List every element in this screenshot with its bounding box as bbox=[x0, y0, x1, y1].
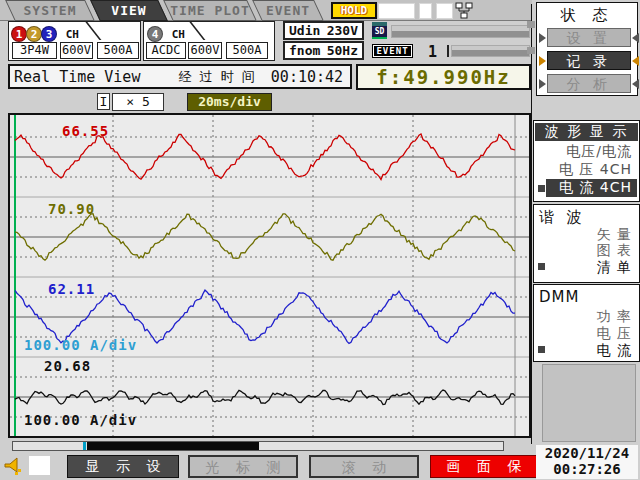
lan-icon bbox=[455, 2, 473, 20]
sidebar-button-record[interactable]: 记 录 bbox=[547, 51, 631, 70]
selected-marker-icon bbox=[538, 263, 545, 270]
status-panel-title: 状 态 bbox=[537, 3, 637, 25]
elapsed-time-value: 00:10:42 bbox=[271, 68, 343, 86]
empty-panel bbox=[542, 364, 636, 442]
waveform-display: 66.55 70.90 62.11 100.00 A/div 20.68 100… bbox=[8, 113, 531, 438]
udin-label: Udin bbox=[289, 23, 320, 38]
timebase-control[interactable]: 20ms/div bbox=[187, 93, 272, 111]
tab-event-label: EVENT bbox=[258, 1, 318, 20]
tab-event[interactable]: EVENT bbox=[252, 0, 324, 21]
ch2-peak-value: 70.90 bbox=[48, 201, 95, 217]
fn-button-display-settings[interactable]: 显 示 设 置 bbox=[67, 455, 179, 478]
selected-marker-icon bbox=[538, 346, 545, 353]
indicator-box-4 bbox=[29, 456, 50, 475]
waveform-scrollbar[interactable] bbox=[12, 441, 504, 451]
menu-item-list[interactable]: 清 单 bbox=[546, 259, 637, 275]
analyzer-screen: SYSTEM VIEW TIME PLOT EVENT HOLD 123 CH … bbox=[0, 0, 640, 480]
fnom-value: 50Hz bbox=[327, 43, 358, 58]
udin-value: 230V bbox=[327, 23, 358, 38]
dmm-panel-title: DMM bbox=[534, 285, 639, 306]
view-mode-label: Real Time View bbox=[10, 68, 140, 86]
ch123-label: CH bbox=[66, 28, 79, 41]
hold-badge: HOLD bbox=[331, 2, 377, 19]
zoom-factor-control[interactable]: × 5 bbox=[112, 93, 164, 111]
status-row: Real Time View 经 过 时 间 00:10:42 bbox=[8, 64, 352, 89]
date-value: 2020/11/24 bbox=[536, 445, 638, 461]
ch123-voltage-range: 600V bbox=[60, 42, 93, 59]
menu-item-vector[interactable]: 矢 量 bbox=[546, 226, 637, 242]
menu-item-current-4ch[interactable]: 电 流 4CH bbox=[546, 179, 637, 197]
tab-time-plot[interactable]: TIME PLOT bbox=[163, 0, 257, 21]
sd-icon: SD bbox=[372, 22, 387, 39]
frequency-readout: f: 49.990Hz bbox=[356, 64, 531, 90]
menu-item-power[interactable]: 功 率 bbox=[546, 308, 637, 324]
ch3-indicator: 3 bbox=[41, 26, 57, 42]
tab-time-plot-label: TIME PLOT bbox=[169, 1, 251, 20]
tab-system-label: SYSTEM bbox=[11, 1, 89, 20]
wiring-setting: 3P4W bbox=[12, 42, 57, 59]
ch4-coupling: ACDC bbox=[146, 42, 186, 59]
datetime-display: 2020/11/24 00:27:26 bbox=[536, 445, 638, 479]
fnom-label: fnom bbox=[289, 43, 320, 58]
event-count: 1 bbox=[428, 43, 437, 61]
ch1-peak-value: 66.55 bbox=[62, 123, 109, 139]
tab-system[interactable]: SYSTEM bbox=[5, 0, 95, 21]
fn-button-screen-hold[interactable]: 画 面 保 持 bbox=[430, 455, 538, 478]
menu-item-voltage-current[interactable]: 电压/电流 bbox=[546, 143, 637, 161]
sd-icon-label: SD bbox=[372, 26, 387, 37]
sidebar-button-analyze[interactable]: 分 析 bbox=[547, 74, 631, 93]
ch123-current-range: 500A bbox=[97, 42, 139, 59]
sidebar-nub bbox=[527, 21, 535, 28]
ch4-indicator: 4 bbox=[147, 26, 163, 42]
waveform-menu-panel: 波 形 显 示 电压/电流 电 压 4CH 电 流 4CH bbox=[533, 120, 640, 202]
event-tick bbox=[447, 45, 449, 57]
indicator-box-3 bbox=[436, 3, 453, 19]
ch4-current-range: 500A bbox=[226, 42, 268, 59]
event-badge: EVENT bbox=[372, 44, 413, 58]
waveform-traces bbox=[10, 115, 529, 436]
sidebar-button-settings[interactable]: 设 置 bbox=[547, 28, 631, 47]
dmm-panel: DMM 功 率 电 压 电 流 bbox=[533, 284, 640, 362]
fnom-readout: fnom 50Hz bbox=[283, 41, 364, 60]
indicator-box-1 bbox=[378, 3, 415, 19]
ch4-scale-label: 100.00 A/div bbox=[24, 412, 137, 428]
tab-view[interactable]: VIEW bbox=[90, 0, 168, 21]
harmonics-panel: 谐 波 矢 量 图 表 清 单 bbox=[533, 204, 640, 283]
scrollbar-thumb[interactable] bbox=[87, 442, 259, 450]
sidebar-divider bbox=[531, 4, 532, 444]
fn-button-scroll[interactable]: 滚 动 bbox=[309, 455, 419, 478]
indicator-box-2 bbox=[419, 3, 432, 19]
ch3-peak-value: 62.11 bbox=[48, 281, 95, 297]
menu-item-current[interactable]: 电 流 bbox=[546, 342, 637, 358]
ch4-voltage-range: 600V bbox=[188, 42, 222, 59]
selected-marker-icon bbox=[538, 185, 545, 192]
sd-usage-bar bbox=[391, 25, 530, 38]
status-panel: 状 态 设 置 记 录 分 析 bbox=[536, 2, 638, 96]
menu-item-voltage[interactable]: 电 压 bbox=[546, 325, 637, 341]
time-value: 00:27:26 bbox=[536, 461, 638, 477]
cursor-indicator: I bbox=[97, 93, 110, 110]
scrollbar-tick bbox=[83, 442, 86, 450]
beeper-icon bbox=[2, 456, 24, 478]
frequency-value: 49.990Hz bbox=[403, 66, 511, 88]
sidebar-nub bbox=[527, 47, 535, 54]
ch4-indicators: 4 CH bbox=[147, 23, 185, 42]
frequency-label: f: bbox=[376, 66, 403, 88]
tab-view-label: VIEW bbox=[96, 1, 162, 20]
fn-button-cursor-measure[interactable]: 光 标 测 量 bbox=[188, 455, 298, 478]
ch2-indicator: 2 bbox=[26, 26, 42, 42]
menu-item-graph[interactable]: 图 表 bbox=[546, 242, 637, 258]
menu-item-voltage-4ch[interactable]: 电 压 4CH bbox=[546, 161, 637, 179]
harmonics-panel-title: 谐 波 bbox=[534, 205, 639, 227]
ch3-scale-label: 100.00 A/div bbox=[24, 337, 137, 353]
udin-readout: Udin 230V bbox=[283, 21, 364, 40]
event-bar bbox=[451, 45, 530, 57]
waveform-menu-title: 波 形 显 示 bbox=[535, 123, 638, 141]
ch123-indicators: 123 CH bbox=[11, 23, 79, 42]
elapsed-time-label: 经 过 时 间 bbox=[178, 68, 256, 86]
ch4-label: CH bbox=[172, 28, 185, 41]
ch4-peak-value: 20.68 bbox=[44, 358, 91, 374]
ch1-indicator: 1 bbox=[11, 26, 27, 42]
